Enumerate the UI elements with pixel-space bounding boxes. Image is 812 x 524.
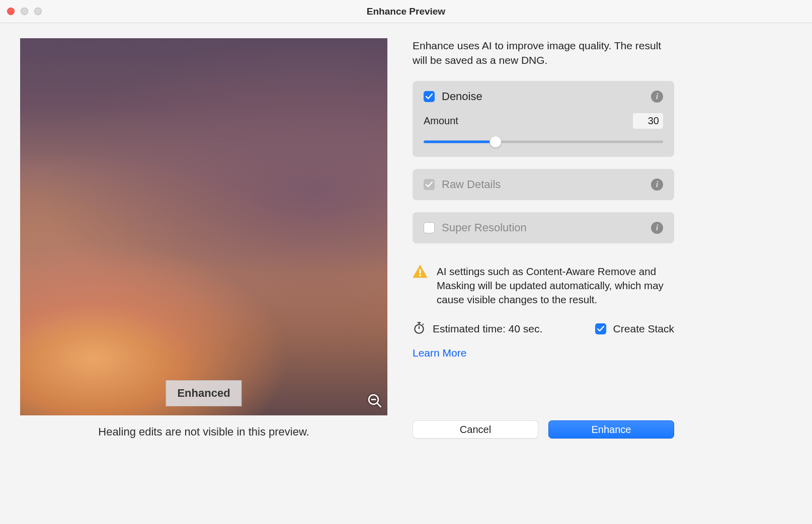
- slider-fill: [424, 140, 496, 143]
- amount-value[interactable]: 30: [633, 113, 663, 129]
- warning-icon: [413, 265, 428, 307]
- window-title: Enhance Preview: [0, 6, 812, 17]
- zoom-out-icon[interactable]: [367, 393, 382, 410]
- super-resolution-label: Super Resolution: [442, 221, 644, 234]
- denoise-label: Denoise: [442, 90, 644, 103]
- info-icon[interactable]: i: [651, 222, 663, 234]
- content: Enhanced Healing edits are not visible i…: [0, 23, 812, 449]
- minimize-window-button[interactable]: [21, 8, 28, 15]
- raw-details-header: Raw Details i: [424, 178, 663, 191]
- cancel-button[interactable]: Cancel: [413, 420, 538, 439]
- denoise-amount-row: Amount 30: [424, 113, 663, 129]
- preview-column: Enhanced Healing edits are not visible i…: [20, 38, 387, 439]
- button-row: Cancel Enhance: [413, 400, 674, 439]
- raw-details-panel: Raw Details i: [413, 169, 674, 200]
- intro-text: Enhance uses AI to improve image quality…: [413, 38, 674, 68]
- super-resolution-checkbox: [424, 222, 435, 233]
- warning-row: AI settings such as Content-Aware Remove…: [413, 265, 674, 307]
- denoise-checkbox[interactable]: [424, 91, 435, 102]
- raw-details-label: Raw Details: [442, 178, 644, 191]
- estimated-time-text: Estimated time: 40 sec.: [433, 323, 542, 335]
- traffic-lights: [7, 8, 42, 15]
- svg-rect-3: [419, 269, 421, 274]
- create-stack-checkbox[interactable]: [595, 323, 606, 334]
- zoom-window-button[interactable]: [34, 8, 42, 15]
- warning-text: AI settings such as Content-Aware Remove…: [437, 265, 674, 307]
- info-row: Estimated time: 40 sec. Create Stack: [413, 321, 674, 337]
- create-stack-label: Create Stack: [613, 323, 674, 335]
- learn-more-link[interactable]: Learn More: [413, 347, 674, 359]
- super-resolution-panel: Super Resolution i: [413, 212, 674, 243]
- close-window-button[interactable]: [7, 8, 15, 15]
- preview-image-wrap: Enhanced: [20, 38, 387, 415]
- denoise-slider[interactable]: [424, 136, 663, 148]
- slider-thumb[interactable]: [490, 136, 502, 148]
- denoise-panel: Denoise i Amount 30: [413, 81, 674, 157]
- stopwatch-icon: [413, 321, 426, 337]
- svg-line-1: [377, 403, 381, 407]
- controls-column: Enhance uses AI to improve image quality…: [413, 38, 674, 439]
- svg-line-9: [423, 324, 424, 325]
- preview-image[interactable]: [20, 38, 387, 415]
- preview-caption: Healing edits are not visible in this pr…: [98, 425, 309, 439]
- super-resolution-header: Super Resolution i: [424, 221, 663, 234]
- info-icon[interactable]: i: [651, 91, 663, 103]
- enhanced-badge: Enhanced: [166, 380, 241, 406]
- svg-point-4: [419, 274, 421, 276]
- amount-label: Amount: [424, 115, 458, 127]
- info-icon[interactable]: i: [651, 179, 663, 191]
- denoise-header: Denoise i: [424, 90, 663, 103]
- titlebar: Enhance Preview: [0, 0, 812, 23]
- enhance-button[interactable]: Enhance: [548, 420, 674, 439]
- raw-details-checkbox: [424, 179, 435, 190]
